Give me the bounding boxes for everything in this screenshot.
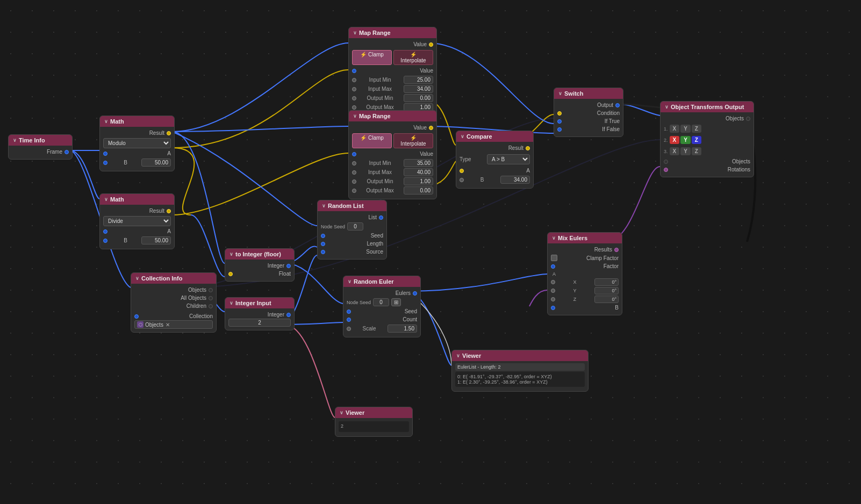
me-factor-socket[interactable]	[551, 264, 555, 269]
mr2-output-max-input[interactable]	[404, 186, 433, 195]
ii-integer-out-socket[interactable]	[286, 313, 291, 317]
ti-float-socket[interactable]	[228, 272, 233, 276]
math1-b-input[interactable]	[141, 159, 171, 167]
ci-collection-socket[interactable]	[134, 314, 139, 319]
mr1-output-min-input[interactable]	[404, 94, 433, 102]
ot-row2-x[interactable]: X	[670, 136, 680, 144]
ii-value-input[interactable]	[228, 319, 291, 327]
rl-length-socket[interactable]	[321, 242, 325, 246]
ot-row3-z[interactable]: Z	[692, 147, 701, 155]
switch-node: ∨ Switch Output Condition If True If Fal…	[554, 88, 623, 137]
mr2-value-in-socket[interactable]	[352, 152, 356, 156]
math2-b-input[interactable]	[141, 236, 171, 244]
mr1-value-in-socket[interactable]	[352, 69, 356, 73]
math2-a-socket[interactable]	[103, 229, 107, 234]
mr1-output-min-socket[interactable]	[352, 96, 356, 100]
rl-seed-socket[interactable]	[321, 234, 325, 238]
switch-condition-socket[interactable]	[557, 111, 562, 116]
ti-integer-out-socket[interactable]	[286, 264, 291, 268]
me-z-input[interactable]	[594, 296, 619, 303]
switch-header: ∨ Switch	[554, 88, 623, 99]
mr1-input-max-input[interactable]	[404, 85, 433, 93]
mr2-output-min-input[interactable]	[404, 177, 433, 185]
mr1-output-min-label: Output Min	[367, 95, 393, 101]
compare-a-socket[interactable]	[460, 169, 464, 173]
switch-output-socket[interactable]	[615, 103, 620, 107]
ci-objects-socket[interactable]	[209, 288, 213, 292]
ot-row3-y[interactable]: Y	[680, 147, 691, 155]
me-y-input[interactable]	[594, 287, 619, 294]
mr1-input-min-input[interactable]	[404, 76, 433, 84]
ot-objects-in-socket[interactable]	[664, 160, 668, 164]
ot-rotations-socket[interactable]	[664, 168, 668, 172]
mr1-output-max-socket[interactable]	[352, 105, 356, 110]
ot-objects-out-socket[interactable]	[746, 117, 750, 121]
re-eulers-out-label: Eulers	[396, 290, 411, 296]
mr1-input-min-socket[interactable]	[352, 78, 356, 82]
collapse-arrow[interactable]: ∨	[13, 138, 17, 143]
mr2-input-max-socket[interactable]	[352, 170, 356, 175]
ot-row1-x[interactable]: X	[670, 125, 680, 133]
math1-b-socket[interactable]	[103, 161, 107, 165]
me-x-socket[interactable]	[551, 280, 555, 284]
re-seed-btn[interactable]: ⊞	[391, 298, 401, 306]
mr1-input-max-socket[interactable]	[352, 87, 356, 91]
switch-if-true-socket[interactable]	[557, 119, 562, 124]
math1-a-socket[interactable]	[103, 152, 107, 156]
mr2-interpolate-btn[interactable]: ⚡ Interpolate	[393, 133, 433, 148]
mix-eulers-node: ∨ Mix Eulers Results Clamp Factor Factor…	[547, 232, 622, 315]
math2-b-socket[interactable]	[103, 239, 107, 243]
me-x-input[interactable]	[594, 278, 619, 286]
mr2-value-out-socket[interactable]	[429, 126, 433, 130]
re-count-socket[interactable]	[347, 318, 351, 322]
re-eulers-out-socket[interactable]	[413, 291, 417, 296]
mr1-value-out-socket[interactable]	[429, 42, 433, 47]
rl-list-socket[interactable]	[379, 215, 383, 220]
rl-seed-row-label: Seed	[371, 233, 383, 239]
re-scale-input[interactable]	[388, 325, 417, 333]
mr2-input-min-socket[interactable]	[352, 161, 356, 165]
compare-result-socket[interactable]	[526, 146, 530, 150]
viewer2-content: 2	[339, 421, 409, 432]
ot-row1-z[interactable]: Z	[692, 125, 701, 133]
me-result-label: Results	[594, 247, 612, 253]
ot-row2-y[interactable]: Y	[680, 136, 691, 144]
frame-output-socket[interactable]	[64, 150, 69, 154]
switch-if-false-socket[interactable]	[557, 127, 562, 132]
rl-source-socket[interactable]	[321, 250, 325, 254]
math2-result-socket[interactable]	[167, 209, 171, 213]
mr2-input-min-input[interactable]	[404, 159, 433, 167]
rl-seed-input[interactable]	[347, 222, 363, 231]
ci-children-socket[interactable]	[209, 304, 213, 308]
ot-row1-y[interactable]: Y	[680, 125, 691, 133]
math1-result-socket[interactable]	[167, 131, 171, 135]
collection-value: Objects	[145, 322, 163, 328]
compare-type-dropdown[interactable]: A > B	[487, 154, 530, 164]
mr2-output-min-socket[interactable]	[352, 179, 356, 184]
remove-collection-btn[interactable]: ✕	[165, 322, 170, 328]
mr2-clamp-btn[interactable]: ⚡ Clamp	[352, 133, 392, 148]
mr1-clamp-btn[interactable]: ⚡ Clamp	[352, 50, 392, 65]
mr2-output-max-socket[interactable]	[352, 189, 356, 193]
compare-b-socket[interactable]	[460, 178, 464, 182]
mr1-interpolate-btn[interactable]: ⚡ Interpolate	[393, 50, 433, 65]
math1-dropdown[interactable]: Modulo	[103, 138, 171, 148]
to-integer-title: to Integer (floor)	[235, 251, 281, 257]
ot-row3-x[interactable]: X	[670, 147, 680, 155]
ci-all-objects-socket[interactable]	[209, 296, 213, 300]
re-scale-socket[interactable]	[347, 327, 351, 331]
mr2-input-max-input[interactable]	[404, 168, 433, 176]
math2-dropdown[interactable]: Divide	[103, 216, 171, 226]
math1-node: ∨ Math Result Modulo A B	[99, 116, 175, 171]
re-seed-input[interactable]	[373, 298, 389, 306]
compare-b-input[interactable]	[500, 176, 530, 184]
me-y-socket[interactable]	[551, 289, 555, 293]
mr2-input-max-label: Input Max	[368, 169, 392, 175]
object-transforms-title: Object Transforms Output	[671, 104, 744, 110]
me-z-socket[interactable]	[551, 297, 555, 301]
ot-row2-z[interactable]: Z	[692, 136, 701, 144]
me-result-socket[interactable]	[614, 248, 619, 252]
re-seed-socket[interactable]	[347, 309, 351, 314]
me-b-socket[interactable]	[551, 306, 555, 310]
me-clamp-checkbox[interactable]	[551, 255, 557, 261]
